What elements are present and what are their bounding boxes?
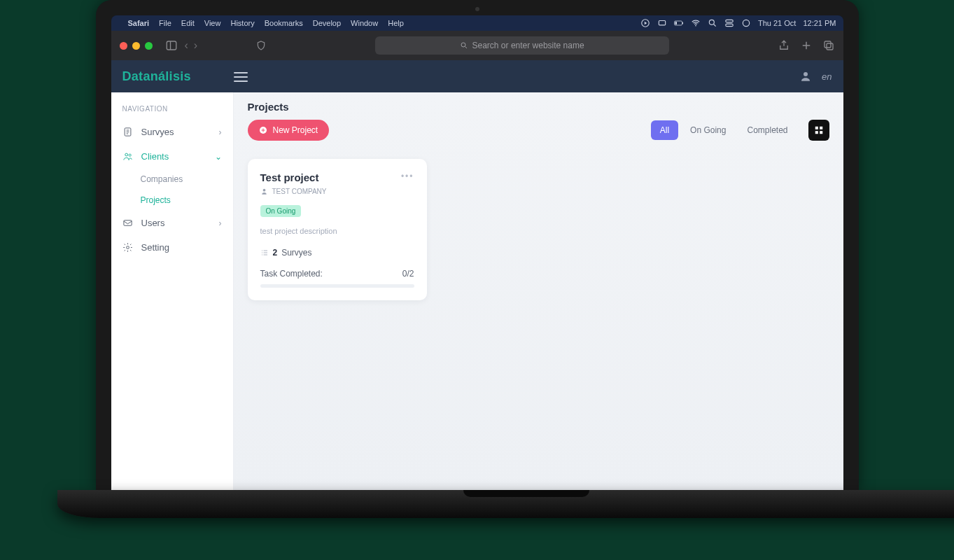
card-menu-icon[interactable]: ••• <box>401 172 414 181</box>
chevron-down-icon: ⌄ <box>215 152 222 162</box>
svg-point-5 <box>695 25 696 27</box>
sidebar-item-label: Clients <box>141 151 169 162</box>
company-badge-icon <box>260 188 268 195</box>
svg-rect-10 <box>167 41 176 50</box>
mail-icon <box>122 218 133 228</box>
chevron-right-icon: › <box>219 127 222 137</box>
new-tab-icon[interactable] <box>800 39 813 52</box>
control-center-icon[interactable] <box>724 18 734 28</box>
wifi-status-icon[interactable] <box>691 18 701 28</box>
privacy-shield-icon[interactable] <box>255 40 267 51</box>
svg-point-29 <box>262 189 265 192</box>
task-completed-value: 0/2 <box>402 269 414 279</box>
svg-rect-1 <box>659 21 665 25</box>
svg-point-9 <box>743 20 749 26</box>
project-company: TEST COMPANY <box>272 188 327 195</box>
display-status-icon[interactable] <box>657 18 667 28</box>
tab-ongoing[interactable]: On Going <box>681 120 735 140</box>
app-root: Datanálisis en NAVIGATION Survyes <box>111 60 843 490</box>
menubar-item-window[interactable]: Window <box>351 19 378 27</box>
siri-icon[interactable] <box>741 18 751 28</box>
share-icon[interactable] <box>778 39 790 52</box>
nav-forward-icon[interactable]: › <box>194 39 197 52</box>
sidebar-item-setting[interactable]: Setting <box>111 235 233 260</box>
sidebar-subitem-projects[interactable]: Projects <box>111 190 233 211</box>
filter-tabs: All On Going Completed <box>651 120 829 141</box>
new-project-label: New Project <box>273 125 318 135</box>
menubar-item-develop[interactable]: Develop <box>313 19 341 27</box>
tab-completed[interactable]: Completed <box>738 120 797 140</box>
brand-logo[interactable]: Datanálisis <box>122 69 224 84</box>
tabs-overview-icon[interactable] <box>822 39 835 52</box>
app-header: Datanálisis en <box>111 60 843 92</box>
svg-rect-7 <box>726 20 734 22</box>
users-icon <box>122 151 133 162</box>
project-description: test project description <box>260 227 414 235</box>
address-bar-placeholder: Search or enter website name <box>472 41 584 50</box>
gear-icon <box>122 242 133 253</box>
menubar-date[interactable]: Thu 21 Oct <box>758 19 796 27</box>
nav-back-icon[interactable]: ‹ <box>185 39 188 52</box>
sidebar-subitem-companies[interactable]: Companies <box>111 169 233 190</box>
page-title: Projects <box>248 101 829 113</box>
menubar-time[interactable]: 12:21 PM <box>803 19 836 27</box>
svg-point-6 <box>709 20 714 24</box>
svg-rect-8 <box>726 24 734 27</box>
sidebar-nav: NAVIGATION Survyes › Clients ⌄ Companies <box>111 92 234 490</box>
search-status-icon[interactable] <box>708 18 717 28</box>
battery-status-icon[interactable] <box>674 18 684 28</box>
sidebar-item-users[interactable]: Users › <box>111 211 233 235</box>
svg-rect-26 <box>820 127 822 130</box>
svg-rect-13 <box>825 41 831 48</box>
sidebar-item-label: Survyes <box>141 127 174 137</box>
plus-circle-icon <box>259 126 267 134</box>
project-title: Test project <box>260 172 319 183</box>
svg-rect-4 <box>675 22 677 24</box>
menubar-item-bookmarks[interactable]: Bookmarks <box>265 19 303 27</box>
sidebar-hamburger-icon[interactable] <box>234 69 248 83</box>
menubar-app-name[interactable]: Safari <box>128 19 150 27</box>
svg-rect-27 <box>815 131 818 134</box>
new-project-button[interactable]: New Project <box>248 120 330 141</box>
tab-all[interactable]: All <box>651 120 678 140</box>
svg-rect-25 <box>815 127 818 130</box>
status-badge: On Going <box>260 205 302 217</box>
window-close-button[interactable] <box>120 42 127 50</box>
menubar-item-edit[interactable]: Edit <box>181 19 195 27</box>
svg-rect-3 <box>682 22 683 24</box>
svg-point-12 <box>461 43 465 47</box>
user-profile-icon[interactable] <box>799 70 812 83</box>
menubar-item-view[interactable]: View <box>204 19 221 27</box>
menubar-item-history[interactable]: History <box>230 19 254 27</box>
task-completed-label: Task Completed: <box>260 269 323 279</box>
address-bar[interactable]: Search or enter website name <box>375 36 669 55</box>
safari-toolbar: ‹ › Search or enter website name <box>111 31 843 60</box>
svg-rect-22 <box>123 220 131 226</box>
survey-count: 2 <box>273 248 278 258</box>
sidebar-toggle-icon[interactable] <box>165 39 178 52</box>
svg-rect-28 <box>820 131 822 134</box>
main-content: Projects New Project All On Going Comple… <box>234 92 843 490</box>
svg-point-21 <box>129 154 131 156</box>
grid-view-button[interactable] <box>808 120 829 141</box>
svg-point-20 <box>125 153 127 156</box>
project-card[interactable]: Test project ••• TEST COMPANY On Going t… <box>248 159 427 300</box>
nav-section-heading: NAVIGATION <box>111 101 233 120</box>
progress-bar <box>260 284 414 288</box>
sidebar-item-clients[interactable]: Clients ⌄ <box>111 144 233 169</box>
sidebar-item-label: Users <box>141 218 165 228</box>
svg-point-15 <box>804 72 808 76</box>
menubar-item-help[interactable]: Help <box>388 19 404 27</box>
macos-menubar: Safari File Edit View History Bookmarks … <box>111 15 843 31</box>
search-icon <box>460 41 468 50</box>
window-maximize-button[interactable] <box>145 42 153 50</box>
survey-label: Survyes <box>281 248 311 258</box>
language-selector[interactable]: en <box>822 71 832 82</box>
list-icon <box>260 248 269 257</box>
document-icon <box>122 127 133 137</box>
menubar-item-file[interactable]: File <box>159 19 171 27</box>
svg-rect-14 <box>827 43 833 50</box>
play-status-icon[interactable] <box>640 18 650 28</box>
window-minimize-button[interactable] <box>132 42 140 50</box>
sidebar-item-surveys[interactable]: Survyes › <box>111 120 233 144</box>
